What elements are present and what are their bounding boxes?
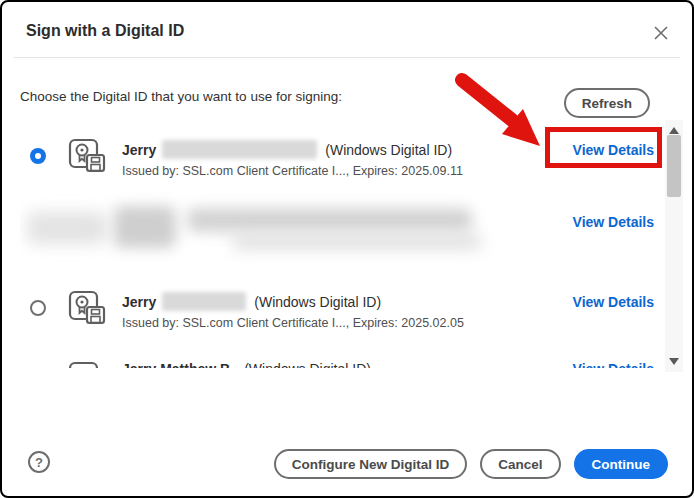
digital-id-row-4-clipped[interactable]: Jerry Matthew B(Windows Digital ID) View… [20, 359, 654, 368]
digital-id-row-2[interactable]: View Details [20, 204, 654, 254]
id-name-suffix: (Windows Digital ID) [244, 361, 371, 368]
dialog-header: Sign with a Digital ID [2, 2, 692, 57]
radio-unselected[interactable] [30, 300, 46, 316]
help-button[interactable]: ? [28, 451, 50, 473]
close-icon [654, 26, 668, 40]
digital-id-info: Jerry(Windows Digital ID) Issued by: SSL… [122, 132, 463, 178]
digital-id-name: Jerry(Windows Digital ID) [122, 140, 463, 159]
id-name-prefix: Jerry Matthew B [122, 361, 230, 368]
sign-with-digital-id-dialog: Sign with a Digital ID Choose the Digita… [0, 0, 694, 498]
id-name-prefix: Jerry [122, 142, 156, 158]
redacted-row-content [20, 204, 573, 254]
configure-new-digital-id-button[interactable]: Configure New Digital ID [274, 449, 468, 479]
cancel-button[interactable]: Cancel [480, 449, 560, 479]
digital-id-name: Jerry(Windows Digital ID) [122, 292, 464, 311]
digital-id-row-1[interactable]: Jerry(Windows Digital ID) Issued by: SSL… [20, 132, 654, 178]
scroll-up-arrow-icon[interactable] [669, 127, 679, 134]
help-question-icon: ? [35, 455, 43, 470]
list-scrollbar[interactable] [665, 120, 683, 372]
id-name-suffix: (Windows Digital ID) [325, 142, 452, 158]
choose-id-prompt: Choose the Digital ID that you want to u… [20, 89, 342, 104]
digital-id-info: Jerry Matthew B(Windows Digital ID) [122, 359, 371, 368]
refresh-button[interactable]: Refresh [564, 88, 650, 118]
redacted-name-block [162, 140, 317, 159]
digital-id-name: Jerry Matthew B(Windows Digital ID) [122, 361, 371, 368]
view-details-link-1[interactable]: View Details [573, 132, 654, 158]
view-details-link-4[interactable]: View Details [573, 359, 654, 368]
view-details-link-2[interactable]: View Details [573, 204, 654, 230]
digital-id-certificate-icon [68, 361, 108, 368]
redacted-name-block [162, 292, 246, 311]
header-divider [14, 57, 680, 58]
view-details-link-3[interactable]: View Details [573, 284, 654, 310]
continue-button[interactable]: Continue [574, 449, 669, 479]
digital-id-row-3[interactable]: Jerry(Windows Digital ID) Issued by: SSL… [20, 284, 654, 330]
digital-id-details: Issued by: SSL.com Client Certificate I.… [122, 316, 464, 330]
digital-id-certificate-icon [68, 290, 108, 328]
dialog-title: Sign with a Digital ID [26, 22, 184, 40]
id-name-suffix: (Windows Digital ID) [254, 294, 381, 310]
scroll-down-arrow-icon[interactable] [669, 358, 679, 365]
id-name-prefix: Jerry [122, 294, 156, 310]
digital-id-details: Issued by: SSL.com Client Certificate I.… [122, 164, 463, 178]
footer-buttons: Configure New Digital ID Cancel Continue [274, 449, 668, 479]
dialog-footer: ? Configure New Digital ID Cancel Contin… [2, 434, 692, 496]
digital-id-list: Jerry(Windows Digital ID) Issued by: SSL… [20, 120, 654, 368]
digital-id-info: Jerry(Windows Digital ID) Issued by: SSL… [122, 284, 464, 330]
radio-selected[interactable] [30, 148, 46, 164]
digital-id-certificate-icon [68, 138, 108, 176]
scrollbar-thumb[interactable] [667, 135, 681, 197]
close-button[interactable] [652, 24, 670, 42]
